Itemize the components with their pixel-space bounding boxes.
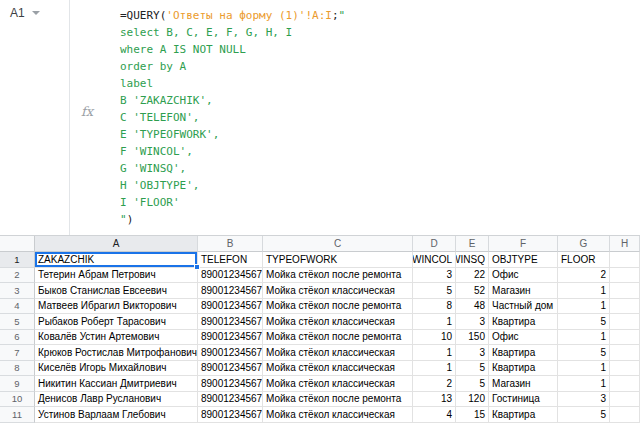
cell-H1[interactable] <box>610 252 640 268</box>
cell-C9[interactable]: Мойка стёкол классическая <box>263 376 413 392</box>
cell-F5[interactable]: Квартира <box>489 314 558 330</box>
cell-H11[interactable] <box>610 407 640 423</box>
cell-D11[interactable]: 4 <box>413 407 456 423</box>
row-header-11[interactable]: 11 <box>0 407 35 423</box>
cell-G6[interactable]: 1 <box>558 330 610 346</box>
cell-H3[interactable] <box>610 283 640 299</box>
cell-A3[interactable]: Быков Станислав Евсеевич <box>35 283 198 299</box>
cell-G2[interactable]: 2 <box>558 268 610 284</box>
cell-A7[interactable]: Крюков Ростислав Митрофанович <box>35 345 198 361</box>
cell-A5[interactable]: Рыбаков Роберт Тарасович <box>35 314 198 330</box>
cell-C7[interactable]: Мойка стёкол классическая <box>263 345 413 361</box>
row-header-6[interactable]: 6 <box>0 330 35 346</box>
cell-B9[interactable]: 89001234567 <box>198 376 263 392</box>
cell-H5[interactable] <box>610 314 640 330</box>
cell-D8[interactable]: 1 <box>413 361 456 377</box>
cell-D6[interactable]: 10 <box>413 330 456 346</box>
cell-G7[interactable]: 5 <box>558 345 610 361</box>
cell-B5[interactable]: 89001234567 <box>198 314 263 330</box>
row-header-9[interactable]: 9 <box>0 376 35 392</box>
column-header-E[interactable]: E <box>456 236 489 252</box>
column-header-G[interactable]: G <box>558 236 610 252</box>
cell-B3[interactable]: 89001234567 <box>198 283 263 299</box>
cell-F7[interactable]: Квартира <box>489 345 558 361</box>
cell-G8[interactable]: 1 <box>558 361 610 377</box>
cell-G5[interactable]: 5 <box>558 314 610 330</box>
cell-E9[interactable]: 5 <box>456 376 489 392</box>
cell-G10[interactable]: 3 <box>558 392 610 408</box>
column-header-D[interactable]: D <box>413 236 456 252</box>
cell-F6[interactable]: Офис <box>489 330 558 346</box>
column-header-H[interactable]: H <box>610 236 640 252</box>
cell-G4[interactable]: 1 <box>558 299 610 315</box>
cell-F1[interactable]: OBJTYPE <box>489 252 558 268</box>
cell-H7[interactable] <box>610 345 640 361</box>
column-header-B[interactable]: B <box>198 236 263 252</box>
cell-E5[interactable]: 3 <box>456 314 489 330</box>
cell-A6[interactable]: Ковалёв Устин Артемович <box>35 330 198 346</box>
cell-A4[interactable]: Матвеев Ибрагил Викторович <box>35 299 198 315</box>
cell-E6[interactable]: 150 <box>456 330 489 346</box>
column-header-A[interactable]: A <box>35 236 198 252</box>
row-header-3[interactable]: 3 <box>0 283 35 299</box>
row-header-5[interactable]: 5 <box>0 314 35 330</box>
row-header-7[interactable]: 7 <box>0 345 35 361</box>
cell-B11[interactable]: 89001234567 <box>198 407 263 423</box>
cell-B1[interactable]: TELEFON <box>198 252 263 268</box>
cell-G9[interactable]: 1 <box>558 376 610 392</box>
cell-B4[interactable]: 89001234567 <box>198 299 263 315</box>
cell-B10[interactable]: 89001234567 <box>198 392 263 408</box>
cell-D10[interactable]: 13 <box>413 392 456 408</box>
cell-D9[interactable]: 2 <box>413 376 456 392</box>
cell-F8[interactable]: Квартира <box>489 361 558 377</box>
cell-C10[interactable]: Мойка стёкол после ремонта <box>263 392 413 408</box>
cell-A8[interactable]: Киселёв Игорь Михайлович <box>35 361 198 377</box>
formula-input[interactable]: =QUERY('Ответы на форму (1)'!A:I;"select… <box>120 7 345 228</box>
fill-handle[interactable] <box>194 264 200 270</box>
cell-B6[interactable]: 89001234567 <box>198 330 263 346</box>
cell-A1[interactable]: ZAKAZCHIK <box>35 252 198 268</box>
cell-C8[interactable]: Мойка стёкол классическая <box>263 361 413 377</box>
name-box[interactable]: A1 <box>0 0 68 26</box>
cell-G1[interactable]: FLOOR <box>558 252 610 268</box>
cell-C3[interactable]: Мойка стёкол классическая <box>263 283 413 299</box>
cell-E4[interactable]: 48 <box>456 299 489 315</box>
cell-H10[interactable] <box>610 392 640 408</box>
cell-H2[interactable] <box>610 268 640 284</box>
cell-D1[interactable]: WINCOL <box>413 252 456 268</box>
cell-D2[interactable]: 3 <box>413 268 456 284</box>
cell-E3[interactable]: 52 <box>456 283 489 299</box>
row-header-8[interactable]: 8 <box>0 361 35 377</box>
cell-E2[interactable]: 22 <box>456 268 489 284</box>
cell-D4[interactable]: 8 <box>413 299 456 315</box>
cell-H6[interactable] <box>610 330 640 346</box>
cell-F3[interactable]: Магазин <box>489 283 558 299</box>
row-header-1[interactable]: 1 <box>0 252 35 268</box>
cell-F2[interactable]: Офис <box>489 268 558 284</box>
cell-D3[interactable]: 5 <box>413 283 456 299</box>
cell-E1[interactable]: WINSQ <box>456 252 489 268</box>
row-header-4[interactable]: 4 <box>0 299 35 315</box>
cell-H9[interactable] <box>610 376 640 392</box>
cell-D7[interactable]: 1 <box>413 345 456 361</box>
row-header-2[interactable]: 2 <box>0 268 35 284</box>
cell-C2[interactable]: Мойка стёкол после ремонта <box>263 268 413 284</box>
cell-C5[interactable]: Мойка стёкол классическая <box>263 314 413 330</box>
cell-A9[interactable]: Никитин Кассиан Дмитриевич <box>35 376 198 392</box>
cell-A11[interactable]: Устинов Варлаам Глебович <box>35 407 198 423</box>
column-header-F[interactable]: F <box>489 236 558 252</box>
cell-B8[interactable]: 89001234567 <box>198 361 263 377</box>
column-header-C[interactable]: C <box>263 236 413 252</box>
cell-B2[interactable]: 89001234567 <box>198 268 263 284</box>
cell-D5[interactable]: 1 <box>413 314 456 330</box>
cell-E10[interactable]: 120 <box>456 392 489 408</box>
cell-F10[interactable]: Гостиница <box>489 392 558 408</box>
cell-C4[interactable]: Мойка стёкол после ремонта <box>263 299 413 315</box>
cell-A10[interactable]: Денисов Лавр Русланович <box>35 392 198 408</box>
row-header-10[interactable]: 10 <box>0 392 35 408</box>
select-all-button[interactable] <box>0 236 35 252</box>
cell-H4[interactable] <box>610 299 640 315</box>
cell-E7[interactable]: 3 <box>456 345 489 361</box>
cell-A2[interactable]: Тетерин Абрам Петрович <box>35 268 198 284</box>
cell-F11[interactable]: Квартира <box>489 407 558 423</box>
